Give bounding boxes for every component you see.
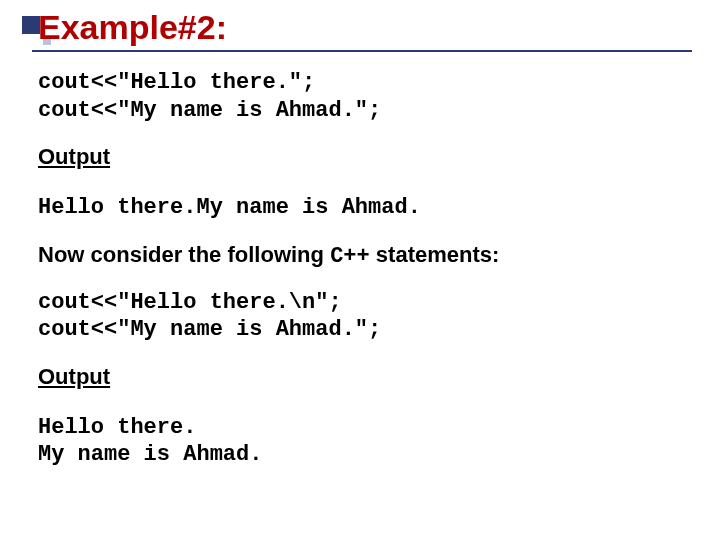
narrative-line: Now consider the following C++ statement… [38,242,690,269]
output-label-1: Output [38,144,690,170]
narrative-text-pre: Now consider the following [38,242,330,267]
code-snippet-1: cout<<"Hello there."; cout<<"My name is … [38,69,690,124]
slide-title: Example#2: [38,8,690,47]
narrative-text-post: statements: [370,242,500,267]
code-snippet-2: cout<<"Hello there.\n"; cout<<"My name i… [38,289,690,344]
output-label-2: Output [38,364,690,390]
output-result-2: Hello there. My name is Ahmad. [38,414,690,469]
slide-content: Example#2: cout<<"Hello there."; cout<<"… [38,8,690,469]
narrative-mono: C++ [330,244,370,269]
output-result-1: Hello there.My name is Ahmad. [38,195,421,220]
